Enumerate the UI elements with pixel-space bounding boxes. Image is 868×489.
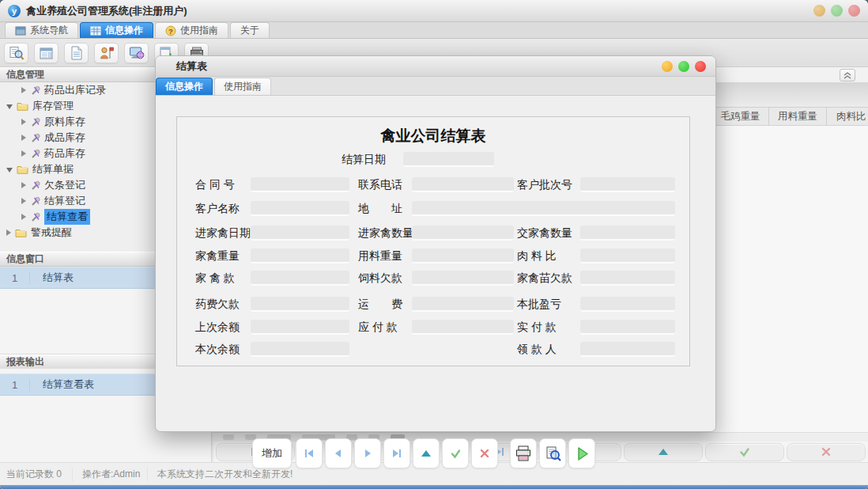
current-balance-input[interactable] [251,342,349,357]
prev-record-button[interactable] [325,438,352,468]
cancel-button[interactable] [471,438,498,468]
x-icon [821,446,832,457]
payee-input[interactable] [580,342,675,357]
tab-system-nav[interactable]: 系统导航 [5,22,78,38]
minimize-circle-icon[interactable] [662,61,673,72]
document-button[interactable] [64,43,89,63]
tree-item-label: 成品库存 [44,131,85,145]
field-label: 进家禽日期 [195,226,251,241]
last-record-button[interactable] [383,438,410,468]
prev-icon [333,449,344,458]
field-label: 用料重量 [358,249,402,263]
payable-input[interactable] [412,320,514,335]
batch-profit-loss-input[interactable] [580,297,675,312]
tab-info-operation[interactable]: 信息操作 [80,22,153,38]
tool-icon [30,85,40,96]
folder-icon [15,228,27,237]
close-circle-icon[interactable] [695,61,706,72]
contract-no-input[interactable] [251,177,349,192]
dialog-tab-info-operation[interactable]: 信息操作 [156,78,213,95]
phone-input[interactable] [412,177,514,192]
settlement-date-input[interactable] [403,152,494,167]
app-logo-icon: y [8,5,21,17]
address-input[interactable] [412,201,675,216]
freight-input[interactable] [412,297,514,312]
chevron-right-icon[interactable] [21,87,26,93]
first-icon [304,449,315,458]
close-circle-icon[interactable] [848,5,860,17]
form-list-button[interactable] [34,43,58,63]
maximize-circle-icon[interactable] [678,61,689,72]
monitor-globe-button[interactable] [124,43,149,63]
field-label: 领 款 人 [517,343,557,357]
grid-column-gross-chicken-weight[interactable]: 毛鸡重量 [711,108,768,126]
poultry-weight-input[interactable] [251,248,349,263]
chick-debt-input[interactable] [580,271,675,286]
search-document-button[interactable] [4,43,28,63]
grid-column-meat-feed-ratio[interactable]: 肉料比 [826,108,868,126]
paid-input[interactable] [580,320,675,335]
chevron-right-icon[interactable] [21,135,26,141]
previous-balance-input[interactable] [251,320,349,335]
preview-icon [545,446,561,461]
chevron-right-icon[interactable] [21,214,26,220]
operator-button[interactable] [94,43,119,63]
triangle-up-icon [421,449,432,458]
feed-debt-input[interactable] [412,271,514,286]
chevron-down-icon[interactable] [6,168,13,172]
cancel-button[interactable] [787,443,866,461]
tab-label: 系统导航 [30,24,68,37]
next-record-button[interactable] [354,438,381,468]
dialog-window-controls [662,61,706,72]
tree-item-label: 结算单据 [32,162,74,176]
medicine-debt-input[interactable] [251,297,349,312]
settlement-form: 禽业公司结算表 结算日期 合 同 号 联系电话 客户批次号 客户名称 地 [176,116,690,366]
chevron-right-icon[interactable] [21,198,26,204]
field-label: 应 付 款 [358,320,398,335]
search-document-icon [9,46,25,61]
tab-about[interactable]: 关于 [230,22,270,38]
window-bottom-border [0,485,868,489]
poultry-in-date-input[interactable] [251,226,349,241]
chevron-right-icon[interactable] [21,119,26,125]
meat-feed-ratio-input[interactable] [580,248,675,263]
maximize-circle-icon[interactable] [831,5,843,17]
customer-batch-no-input[interactable] [580,177,675,192]
grid-column-feed-weight[interactable]: 用料重量 [768,108,826,126]
form-row-6: 药费欠款 运 费 本批盈亏 [177,297,689,313]
chevron-right-icon[interactable] [21,150,26,157]
poultry-in-qty-input[interactable] [412,226,514,241]
help-icon: ? [165,25,176,36]
monitor-globe-icon [129,46,145,60]
poultry-amount-input[interactable] [251,271,349,286]
print-button[interactable] [510,438,537,468]
chevron-down-icon[interactable] [6,104,13,109]
post-record-button[interactable] [624,443,703,461]
dialog-tab-user-guide[interactable]: 使用指南 [214,78,271,95]
run-button[interactable] [568,438,595,468]
tab-user-guide[interactable]: ? 使用指南 [155,22,228,38]
form-row-5: 家 禽 款 饲料欠款 家禽苗欠款 [177,271,689,286]
confirm-button[interactable] [705,443,784,461]
tree-item-label: 原料库存 [44,115,85,129]
customer-name-input[interactable] [251,201,349,216]
list-item-index: 1 [0,379,30,391]
first-record-button[interactable] [296,438,323,468]
confirm-button[interactable] [442,438,469,468]
folder-icon [17,165,28,174]
chevron-right-icon[interactable] [21,182,26,188]
chevron-right-icon[interactable] [6,229,11,236]
last-icon [391,449,402,458]
tree-item-label: 药品库存 [44,146,85,161]
feed-weight-input[interactable] [412,248,514,263]
form-list-icon [39,47,54,60]
field-label: 本次余额 [195,343,240,357]
minimize-circle-icon[interactable] [813,5,825,17]
form-row-8: 本次余额 领 款 人 [177,342,689,358]
poultry-out-qty-input[interactable] [580,226,675,241]
add-button[interactable]: 增加 [252,438,292,468]
collapse-button[interactable] [840,69,855,82]
tab-label: 使用指南 [180,24,218,37]
post-record-button[interactable] [413,438,440,468]
preview-button[interactable] [539,438,566,468]
